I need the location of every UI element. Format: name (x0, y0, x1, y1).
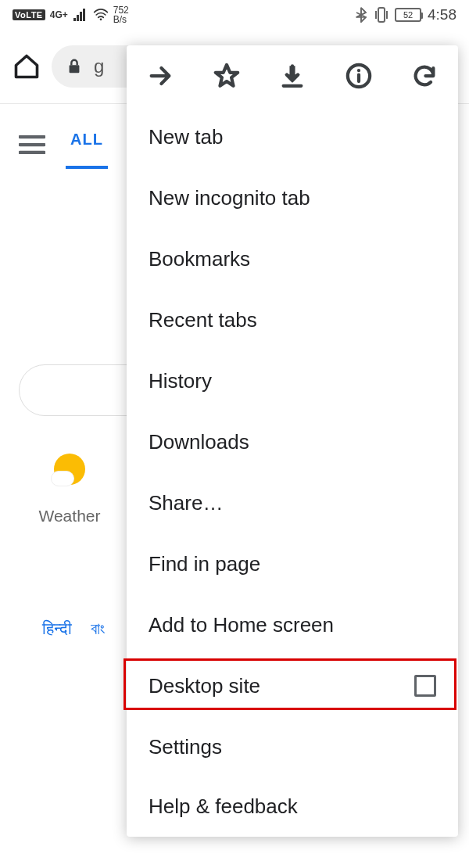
menu-add-to-home-screen[interactable]: Add to Home screen (127, 594, 458, 655)
svg-rect-1 (378, 8, 385, 22)
tab-all[interactable]: ALL (66, 120, 108, 169)
status-bar: VoLTE 4G+ 752 B/s 52 4:58 (0, 0, 469, 28)
lang-hindi[interactable]: हिन्दी (42, 619, 72, 638)
data-rate: 752 B/s (113, 5, 129, 24)
battery-icon: 52 (395, 8, 421, 22)
desktop-site-checkbox[interactable] (414, 675, 436, 697)
reload-icon[interactable] (411, 63, 438, 89)
lock-icon (66, 58, 83, 75)
forward-icon[interactable] (147, 63, 174, 89)
network-type: 4G+ (50, 11, 68, 19)
menu-settings[interactable]: Settings (127, 716, 458, 777)
menu-downloads[interactable]: Downloads (127, 411, 458, 472)
svg-point-0 (99, 19, 102, 21)
vibrate-icon (374, 6, 388, 23)
browser-overflow-menu: New tab New incognito tab Bookmarks Rece… (127, 45, 458, 837)
wifi-icon (93, 8, 109, 22)
menu-recent-tabs[interactable]: Recent tabs (127, 289, 458, 350)
status-left: VoLTE 4G+ 752 B/s (13, 5, 129, 24)
menu-help-feedback[interactable]: Help & feedback (127, 777, 458, 835)
menu-icon-row (127, 45, 458, 106)
star-icon[interactable] (213, 63, 240, 89)
info-icon[interactable] (345, 63, 372, 89)
clock: 4:58 (428, 6, 456, 23)
menu-history[interactable]: History (127, 350, 458, 411)
menu-new-tab[interactable]: New tab (127, 106, 458, 167)
hamburger-icon[interactable] (19, 134, 45, 156)
weather-icon (51, 454, 88, 491)
menu-share[interactable]: Share… (127, 472, 458, 533)
lang-bengali[interactable]: বাং (91, 619, 105, 638)
menu-desktop-site[interactable]: Desktop site (127, 655, 458, 716)
signal-icon (73, 8, 88, 22)
svg-rect-2 (70, 65, 80, 73)
weather-tile[interactable]: Weather (19, 454, 120, 525)
menu-find-in-page[interactable]: Find in page (127, 533, 458, 594)
status-right: 52 4:58 (354, 6, 456, 23)
weather-label: Weather (19, 507, 120, 525)
menu-bookmarks[interactable]: Bookmarks (127, 228, 458, 289)
home-icon[interactable] (13, 52, 41, 81)
menu-desktop-site-label: Desktop site (149, 674, 260, 698)
bluetooth-icon (354, 7, 368, 23)
svg-rect-3 (284, 84, 302, 88)
omnibox-text: g (94, 56, 104, 77)
menu-new-incognito-tab[interactable]: New incognito tab (127, 167, 458, 228)
volte-badge: VoLTE (13, 9, 45, 20)
download-icon[interactable] (279, 63, 306, 89)
